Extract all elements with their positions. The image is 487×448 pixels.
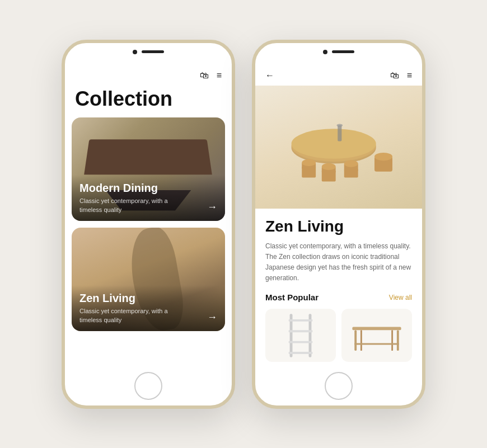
svg-point-5 [302, 159, 316, 166]
svg-point-16 [336, 124, 343, 126]
detail-title: Zen Living [265, 218, 412, 235]
speaker-bar-2 [332, 50, 354, 53]
svg-point-11 [344, 160, 358, 167]
nav-icons-1: 🛍 ≡ [200, 71, 222, 80]
camera-dot-2 [323, 50, 327, 54]
section-header: Most Popular View all [265, 293, 412, 302]
cart-icon-2[interactable]: 🛍 [390, 71, 399, 80]
phone-2: ← 🛍 ≡ [252, 40, 425, 409]
product-thumbnails [265, 309, 412, 362]
phone-1-top [65, 43, 232, 59]
shelf-svg [265, 309, 336, 362]
product-hero [255, 86, 422, 209]
zen-overlay: Zen Living Classic yet contemporary, wit… [72, 285, 225, 331]
table-thumbnail[interactable] [341, 309, 412, 362]
menu-icon-2[interactable]: ≡ [407, 71, 412, 80]
dining-overlay: Modern Dining Classic yet contemporary, … [72, 175, 225, 221]
phone-1: 🛍 ≡ Collection Modern Dining Classic yet… [62, 40, 235, 409]
cart-icon[interactable]: 🛍 [200, 71, 209, 80]
phone-2-home-button[interactable] [325, 372, 353, 400]
svg-rect-22 [289, 352, 313, 354]
phone-2-top [255, 43, 422, 59]
phone-2-screen: ← 🛍 ≡ [255, 65, 422, 369]
most-popular-label: Most Popular [265, 293, 319, 302]
svg-rect-27 [391, 331, 393, 351]
nav-bar-2: ← 🛍 ≡ [255, 65, 422, 86]
zen-card-title: Zen Living [79, 292, 217, 305]
nav-bar-1: 🛍 ≡ [65, 65, 232, 86]
svg-rect-25 [397, 331, 399, 351]
svg-rect-23 [352, 327, 401, 331]
table-svg [341, 309, 412, 362]
svg-rect-20 [289, 331, 313, 333]
zen-living-card[interactable]: Zen Living Classic yet contemporary, wit… [72, 228, 225, 331]
shelf-thumbnail[interactable] [265, 309, 336, 362]
detail-desc: Classic yet contemporary, with a timeles… [265, 241, 412, 284]
phone-1-home-button[interactable] [134, 372, 162, 400]
nav-left-2: ← [265, 71, 274, 80]
view-all-link[interactable]: View all [389, 294, 412, 301]
dining-card-desc: Classic yet contemporary, with a timeles… [79, 197, 169, 214]
phone-1-screen: 🛍 ≡ Collection Modern Dining Classic yet… [65, 65, 232, 369]
nav-icons-2: 🛍 ≡ [390, 71, 412, 80]
svg-point-8 [322, 163, 336, 169]
svg-rect-15 [338, 125, 341, 141]
menu-icon[interactable]: ≡ [217, 71, 222, 80]
camera-dot [133, 50, 137, 54]
svg-rect-24 [354, 331, 357, 351]
svg-rect-28 [354, 343, 399, 345]
dining-arrow: → [207, 201, 217, 213]
svg-rect-21 [289, 341, 313, 343]
svg-point-14 [374, 153, 392, 161]
modern-dining-card[interactable]: Modern Dining Classic yet contemporary, … [72, 117, 225, 221]
svg-point-2 [292, 129, 376, 158]
coffee-table-visual [277, 108, 400, 197]
collection-cards: Modern Dining Classic yet contemporary, … [65, 117, 232, 331]
zen-card-desc: Classic yet contemporary, with a timeles… [79, 307, 169, 324]
zen-arrow: → [207, 312, 217, 323]
detail-content: Zen Living Classic yet contemporary, wit… [255, 209, 422, 362]
dining-card-title: Modern Dining [79, 182, 217, 195]
speaker-bar [142, 50, 164, 53]
svg-rect-26 [360, 331, 362, 351]
svg-rect-19 [289, 319, 313, 322]
back-icon[interactable]: ← [265, 71, 274, 80]
page-title: Collection [65, 86, 232, 118]
